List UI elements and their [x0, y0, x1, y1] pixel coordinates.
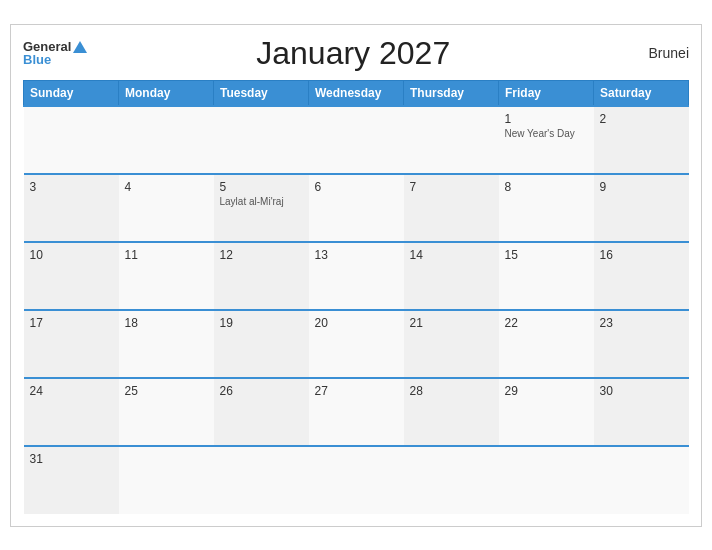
day-number: 16: [600, 248, 683, 262]
day-number: 7: [410, 180, 493, 194]
logo-triangle-icon: [73, 41, 87, 53]
calendar-day-cell: 30: [594, 378, 689, 446]
day-number: 18: [125, 316, 208, 330]
calendar-week-row: 10111213141516: [24, 242, 689, 310]
day-number: 17: [30, 316, 113, 330]
day-number: 20: [315, 316, 398, 330]
day-number: 9: [600, 180, 683, 194]
calendar-day-cell: [214, 446, 309, 514]
calendar-week-row: 345Laylat al-Mi'raj6789: [24, 174, 689, 242]
calendar-day-cell: [499, 446, 594, 514]
calendar-day-cell: 25: [119, 378, 214, 446]
day-of-week-header: Tuesday: [214, 80, 309, 106]
calendar-day-cell: 11: [119, 242, 214, 310]
calendar-header-row: SundayMondayTuesdayWednesdayThursdayFrid…: [24, 80, 689, 106]
day-number: 14: [410, 248, 493, 262]
day-number: 28: [410, 384, 493, 398]
calendar-day-cell: 7: [404, 174, 499, 242]
calendar-day-cell: 17: [24, 310, 119, 378]
day-of-week-header: Thursday: [404, 80, 499, 106]
day-number: 30: [600, 384, 683, 398]
calendar-day-cell: [404, 106, 499, 174]
logo: General Blue: [23, 40, 87, 66]
calendar-day-cell: 9: [594, 174, 689, 242]
day-of-week-header: Sunday: [24, 80, 119, 106]
calendar-title: January 2027: [87, 35, 619, 72]
day-number: 24: [30, 384, 113, 398]
calendar-header: General Blue January 2027 Brunei: [23, 35, 689, 72]
calendar-day-cell: 3: [24, 174, 119, 242]
calendar-day-cell: 8: [499, 174, 594, 242]
day-number: 4: [125, 180, 208, 194]
calendar-tbody: 1New Year's Day2345Laylat al-Mi'raj67891…: [24, 106, 689, 514]
day-of-week-header: Saturday: [594, 80, 689, 106]
calendar-day-cell: 28: [404, 378, 499, 446]
day-number: 22: [505, 316, 588, 330]
calendar-day-cell: 27: [309, 378, 404, 446]
calendar-day-cell: [214, 106, 309, 174]
day-number: 2: [600, 112, 683, 126]
day-number: 8: [505, 180, 588, 194]
calendar-day-cell: [119, 106, 214, 174]
calendar-week-row: 1New Year's Day2: [24, 106, 689, 174]
calendar-day-cell: 14: [404, 242, 499, 310]
day-number: 1: [505, 112, 588, 126]
calendar-thead: SundayMondayTuesdayWednesdayThursdayFrid…: [24, 80, 689, 106]
calendar-day-cell: [119, 446, 214, 514]
day-number: 15: [505, 248, 588, 262]
calendar-day-cell: 1New Year's Day: [499, 106, 594, 174]
calendar-day-cell: 24: [24, 378, 119, 446]
calendar-day-cell: 19: [214, 310, 309, 378]
calendar-day-cell: [594, 446, 689, 514]
calendar-day-cell: 23: [594, 310, 689, 378]
calendar-day-cell: 16: [594, 242, 689, 310]
calendar-day-cell: 20: [309, 310, 404, 378]
country-name: Brunei: [619, 45, 689, 61]
calendar-day-cell: 6: [309, 174, 404, 242]
day-of-week-header: Monday: [119, 80, 214, 106]
day-of-week-header: Friday: [499, 80, 594, 106]
calendar-day-cell: [309, 106, 404, 174]
day-number: 21: [410, 316, 493, 330]
calendar-day-cell: 4: [119, 174, 214, 242]
day-number: 25: [125, 384, 208, 398]
day-number: 12: [220, 248, 303, 262]
day-number: 10: [30, 248, 113, 262]
day-number: 27: [315, 384, 398, 398]
calendar-day-cell: 29: [499, 378, 594, 446]
calendar-day-cell: 13: [309, 242, 404, 310]
calendar-day-cell: 22: [499, 310, 594, 378]
calendar-table: SundayMondayTuesdayWednesdayThursdayFrid…: [23, 80, 689, 514]
calendar-week-row: 24252627282930: [24, 378, 689, 446]
day-number: 11: [125, 248, 208, 262]
calendar-day-cell: 10: [24, 242, 119, 310]
holiday-name: Laylat al-Mi'raj: [220, 196, 303, 207]
day-number: 5: [220, 180, 303, 194]
day-number: 26: [220, 384, 303, 398]
day-of-week-header: Wednesday: [309, 80, 404, 106]
calendar-week-row: 31: [24, 446, 689, 514]
calendar-day-cell: 5Laylat al-Mi'raj: [214, 174, 309, 242]
calendar-week-row: 17181920212223: [24, 310, 689, 378]
day-number: 13: [315, 248, 398, 262]
logo-blue-text: Blue: [23, 53, 87, 66]
day-number: 6: [315, 180, 398, 194]
day-number: 19: [220, 316, 303, 330]
calendar-day-cell: [309, 446, 404, 514]
calendar-day-cell: 26: [214, 378, 309, 446]
day-number: 23: [600, 316, 683, 330]
day-number: 31: [30, 452, 113, 466]
day-number: 3: [30, 180, 113, 194]
holiday-name: New Year's Day: [505, 128, 588, 139]
day-number: 29: [505, 384, 588, 398]
calendar-day-cell: [24, 106, 119, 174]
calendar-day-cell: 12: [214, 242, 309, 310]
calendar-day-cell: 18: [119, 310, 214, 378]
calendar-day-cell: 31: [24, 446, 119, 514]
calendar-day-cell: 21: [404, 310, 499, 378]
calendar-container: General Blue January 2027 Brunei SundayM…: [10, 24, 702, 527]
calendar-day-cell: 2: [594, 106, 689, 174]
calendar-day-cell: [404, 446, 499, 514]
calendar-day-cell: 15: [499, 242, 594, 310]
